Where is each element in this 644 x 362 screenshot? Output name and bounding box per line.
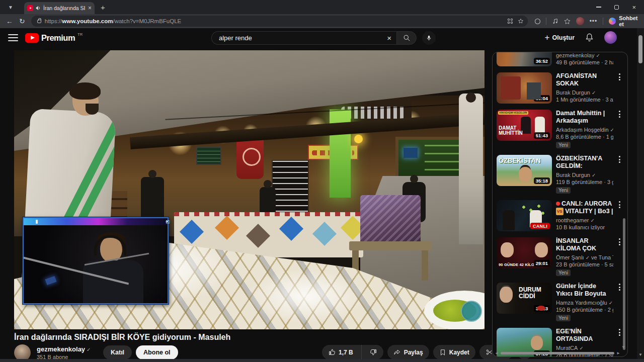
item-menu-icon[interactable] [619, 238, 620, 245]
toolbar-separator [603, 18, 603, 25]
search-button[interactable] [396, 31, 417, 45]
verified-icon: ✓ [609, 300, 613, 306]
video-channel: Arkadaşım Hoşgeldin✓ [556, 127, 613, 133]
tab-close-icon[interactable]: × [88, 5, 92, 11]
save-button[interactable]: Kaydet [433, 345, 475, 359]
page-scrollbar[interactable]: ▼ [637, 28, 644, 359]
browser-menu-icon[interactable]: ••• [590, 18, 598, 25]
split-screen-icon[interactable] [508, 19, 513, 24]
favorite-star-icon[interactable] [518, 18, 524, 24]
verified-icon: ✓ [87, 347, 91, 352]
browser-tab-strip: ▼ İran dağlarında SIRADIŞI BİR × + × [0, 0, 644, 14]
facecam-overlay-window: +−▢✕ [23, 217, 169, 304]
verified-icon: ✓ [579, 345, 583, 351]
share-button[interactable]: Paylaş [387, 345, 429, 359]
extension-ring-icon[interactable] [535, 19, 540, 24]
video-thumbnail[interactable]: DURUM CİDDİ 32:23 [497, 283, 552, 314]
sidebar-horizontal-scrollbar[interactable]: ◄ ► [495, 351, 620, 355]
new-tab-button[interactable]: + [101, 3, 105, 12]
item-menu-icon[interactable] [619, 73, 620, 80]
media-note-icon[interactable] [552, 18, 558, 25]
microphone-icon [426, 35, 432, 41]
tab-search-chevron-icon[interactable]: ▼ [4, 3, 17, 12]
thumbs-up-icon [328, 348, 336, 356]
dislike-button[interactable] [365, 348, 383, 356]
related-video-item[interactable]: CANLI CANLI: AURORA VS VITALITY | Bo3 | … [497, 200, 620, 231]
page-scrollbar-thumb[interactable] [638, 35, 642, 63]
item-menu-icon[interactable] [619, 156, 620, 163]
video-title: İran dağlarında SIRADIŞI BİR KÖYE gidiyo… [14, 333, 477, 342]
item-menu-icon[interactable] [619, 111, 620, 118]
copilot-label: Sohbet et [619, 15, 644, 27]
create-button[interactable]: + Oluştur [545, 33, 575, 42]
notifications-bell-icon[interactable] [585, 33, 594, 42]
video-thumbnail[interactable]: ÖZBEKİSTAN 35:18 [497, 155, 552, 186]
logo-wordmark: Premium [41, 33, 75, 43]
copilot-button[interactable]: Sohbet et [609, 15, 644, 27]
video-meta: 150 B görüntüleme · 2 gün önce [556, 307, 613, 313]
video-thumbnail[interactable]: 36:52 [497, 52, 552, 66]
search-box[interactable]: × [211, 31, 396, 45]
scroll-left-icon[interactable]: ◄ [495, 351, 499, 355]
menu-board [272, 160, 309, 213]
voice-search-button[interactable] [422, 31, 436, 45]
item-menu-icon[interactable] [619, 284, 620, 291]
related-video-item[interactable]: ÖZBEKİSTAN 35:18 ÖZBEKİSTAN'A GELDİM: SO… [497, 155, 620, 194]
menu-icon[interactable] [8, 34, 18, 41]
youtube-play-icon [25, 33, 39, 43]
video-thumbnail[interactable]: 90 GÜNDE 42 KİLO VER 29:01 [497, 237, 552, 268]
duration-badge: 29:01 [534, 260, 550, 266]
duration-badge: 38:04 [534, 95, 550, 102]
window-close-icon[interactable]: × [632, 4, 636, 11]
sidebar-vertical-scrollbar[interactable] [623, 218, 625, 350]
scroll-down-icon[interactable]: ▼ [621, 345, 625, 349]
video-thumbnail[interactable]: 38:04 [497, 72, 552, 104]
url-bar[interactable]: https://www.youtube.com/watch?v=M0JRmBFu… [31, 16, 528, 27]
related-video-item[interactable]: ARKADAŞIM HOŞGELDİN DAMAT MUHİTTİN 51:43… [497, 110, 620, 149]
page-scroll-down-icon[interactable]: ▼ [638, 352, 642, 357]
youtube-masthead: Premium TR × + Oluştur [0, 28, 637, 48]
item-menu-icon[interactable] [619, 201, 620, 208]
related-videos-panel: 36:52 gezmekenkolay✓ 49 B görüntüleme · … [492, 52, 628, 357]
window-minimize-icon[interactable] [596, 7, 601, 8]
related-video-item[interactable]: DURUM CİDDİ 32:23 Günler İçinde Yıkıcı B… [497, 283, 620, 322]
share-icon [393, 348, 401, 356]
window-restore-icon[interactable] [614, 5, 619, 10]
video-thumbnail[interactable]: ARKADAŞIM HOŞGELDİN DAMAT MUHİTTİN 51:43 [497, 110, 552, 141]
video-player[interactable]: +−▢✕ [14, 50, 485, 329]
video-title-text: İNSANLAR KİLOMA ÇOK TAKIK! | Ömer'le Anı… [556, 237, 613, 252]
join-button[interactable]: Katıl [103, 345, 132, 359]
scroll-right-icon[interactable]: ► [616, 351, 620, 355]
browser-profile-avatar[interactable] [576, 17, 584, 25]
duration-badge: 32:23 [534, 305, 550, 312]
thumb-overlay-text: DAMAT MUHİTTİN [499, 126, 527, 136]
search-input[interactable] [219, 34, 384, 42]
youtube-premium-logo[interactable]: Premium TR [25, 32, 83, 43]
back-icon[interactable]: ← [6, 17, 13, 25]
related-video-item[interactable]: 38:04 AFGANİSTAN SOKAK YEMEKLERİNE ŞOK …… [497, 72, 620, 104]
bookmark-icon [439, 349, 446, 356]
search-clear-icon[interactable]: × [387, 34, 391, 42]
refresh-icon[interactable]: ↻ [19, 17, 25, 25]
url-text: https://www.youtube.com/watch?v=M0JRmBFu… [45, 18, 504, 24]
video-title-text: EGE'NİN ORTASINDA KİMSENİN YAŞAMADIĞ… [556, 328, 613, 343]
related-video-item[interactable]: 36:52 gezmekenkolay✓ 49 B görüntüleme · … [497, 52, 620, 66]
verified-icon: ✓ [610, 127, 613, 133]
video-title-text: Damat Muhittin | Arkadaşım Hoşgeldin [556, 110, 613, 125]
video-channel: rootthegamer✓ [556, 217, 613, 223]
youtube-profile-avatar[interactable] [604, 31, 617, 44]
channel-name[interactable]: gezmekenkolay✓ [37, 345, 96, 353]
like-dislike-pill: 1,7 B [322, 345, 383, 359]
browser-tab[interactable]: İran dağlarında SIRADIŞI BİR × [24, 2, 95, 14]
item-menu-icon[interactable] [619, 329, 620, 336]
new-badge: Yeni [556, 315, 571, 321]
video-channel: MuratCA✓ [556, 345, 613, 351]
subscribe-button[interactable]: Abone ol [136, 345, 178, 359]
wooden-bench [345, 195, 436, 281]
tab-audio-icon[interactable] [36, 6, 41, 11]
related-video-item[interactable]: 90 GÜNDE 42 KİLO VER 29:01 İNSANLAR KİLO… [497, 237, 620, 277]
video-thumbnail[interactable]: CANLI [497, 200, 552, 231]
channel-avatar[interactable] [14, 344, 31, 361]
extensions-star-icon[interactable] [564, 18, 571, 25]
like-button[interactable]: 1,7 B [322, 348, 358, 356]
